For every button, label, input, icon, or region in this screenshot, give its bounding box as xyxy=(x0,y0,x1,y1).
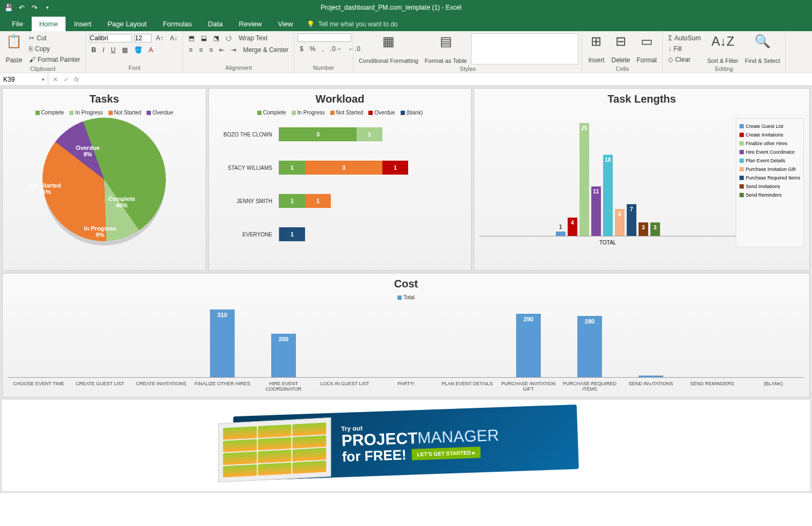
task-lengths-panel[interactable]: Task Lengths 142511186733TOTAL Create Gu… xyxy=(474,88,810,271)
orientation-icon[interactable]: ⭯ xyxy=(223,33,234,43)
group-label-cells: Cells xyxy=(585,64,659,74)
group-label-styles: Styles xyxy=(357,64,578,74)
task-lengths-legend: Create Guest ListCreate InvitationsFinal… xyxy=(736,118,804,247)
dashboard-area: Tasks CompleteIn ProgressNot StartedOver… xyxy=(0,86,812,493)
fx-icon[interactable]: fx xyxy=(74,76,79,83)
tasks-chart-panel[interactable]: Tasks CompleteIn ProgressNot StartedOver… xyxy=(2,88,206,271)
font-name-select[interactable] xyxy=(89,34,132,42)
save-icon[interactable]: 💾 xyxy=(4,3,13,12)
tab-review[interactable]: Review xyxy=(231,17,270,31)
fill-down-icon: ↓ xyxy=(668,45,671,53)
format-as-table-button[interactable]: ▤Format as Table xyxy=(423,33,469,65)
wrap-text-button[interactable]: Wrap Text xyxy=(236,33,270,43)
font-size-select[interactable] xyxy=(134,34,151,42)
tasks-legend: CompleteIn ProgressNot StartedOverdue xyxy=(3,107,206,118)
tab-data[interactable]: Data xyxy=(200,17,230,31)
increase-font-icon[interactable]: A↑ xyxy=(154,33,165,43)
workload-legend: CompleteIn ProgressNot StartedOverdue(bl… xyxy=(209,107,471,118)
delete-button[interactable]: ⊟Delete xyxy=(609,33,632,65)
italic-button[interactable]: I xyxy=(100,45,106,55)
decrease-font-icon[interactable]: A↓ xyxy=(168,33,179,43)
scissors-icon: ✂ xyxy=(29,34,34,42)
tab-home[interactable]: Home xyxy=(32,17,66,31)
tab-formulas[interactable]: Formulas xyxy=(155,17,199,31)
group-editing: ΣAutoSum ↓Fill ◇Clear A↓ZSort & Filter 🔍… xyxy=(663,31,786,73)
redo-icon[interactable]: ↷ xyxy=(30,3,39,12)
table-icon: ▤ xyxy=(440,34,452,49)
lightbulb-icon: 💡 xyxy=(307,20,315,28)
workload-chart-title: Workload xyxy=(209,89,471,107)
ribbon: 📋Paste ✂Cut ⎘Copy 🖌Format Painter Clipbo… xyxy=(0,31,812,73)
conditional-formatting-button[interactable]: ▦Conditional Formatting xyxy=(357,33,421,65)
align-center-icon[interactable]: ≡ xyxy=(197,45,205,55)
group-label-clipboard: Clipboard xyxy=(3,64,82,74)
cond-format-icon: ▦ xyxy=(382,34,395,49)
workload-chart-panel[interactable]: Workload CompleteIn ProgressNot StartedO… xyxy=(208,88,472,271)
undo-icon[interactable]: ↶ xyxy=(17,3,26,12)
merge-center-button[interactable]: Merge & Center xyxy=(241,45,291,55)
group-font: A↑ A↓ B I U ▦ 🪣 A Font xyxy=(86,31,183,73)
format-button[interactable]: ▭Format xyxy=(634,33,659,65)
group-clipboard: 📋Paste ✂Cut ⎘Copy 🖌Format Painter Clipbo… xyxy=(0,31,86,73)
bold-button[interactable]: B xyxy=(89,45,98,55)
cost-legend: Total xyxy=(3,292,809,302)
name-box[interactable]: K39▾ xyxy=(0,73,48,85)
format-painter-button[interactable]: 🖌Format Painter xyxy=(27,55,82,64)
tab-page-layout[interactable]: Page Layout xyxy=(100,17,154,31)
task-lengths-xlabel: TOTAL xyxy=(480,240,736,246)
enter-formula-icon[interactable]: ✓ xyxy=(63,76,69,83)
cost-x-labels: CHOOSE EVENT TIMECREATE GUEST LISTCREATE… xyxy=(8,378,804,392)
increase-indent-icon[interactable]: ⇥ xyxy=(229,45,238,55)
task-lengths-title: Task Lengths xyxy=(474,89,809,107)
align-middle-icon[interactable]: ⬓ xyxy=(199,33,209,43)
percent-icon[interactable]: % xyxy=(308,44,318,54)
cost-chart-panel[interactable]: Cost Total 3102002902808 CHOOSE EVENT TI… xyxy=(2,273,810,398)
group-styles: ▦Conditional Formatting ▤Format as Table… xyxy=(353,31,582,73)
align-bottom-icon[interactable]: ⬔ xyxy=(211,33,221,43)
window-title: Project_dashboard_PM.com_template (1) - … xyxy=(56,4,726,11)
increase-decimal-icon[interactable]: .0→ xyxy=(328,44,344,54)
comma-icon[interactable]: , xyxy=(320,44,326,54)
promo-banner[interactable]: Try out PROJECTMANAGER for FREE!LET'S GE… xyxy=(233,405,579,481)
tab-file[interactable]: File xyxy=(4,17,31,31)
fill-color-button[interactable]: 🪣 xyxy=(132,45,144,55)
fill-button[interactable]: ↓Fill xyxy=(666,44,703,54)
align-right-icon[interactable]: ≡ xyxy=(207,45,215,55)
banner-cta-button[interactable]: LET'S GET STARTED ▸ xyxy=(411,446,481,460)
tell-me-search[interactable]: 💡Tell me what you want to do xyxy=(301,17,403,31)
font-color-button[interactable]: A xyxy=(147,45,155,55)
clear-button[interactable]: ◇Clear xyxy=(666,55,703,64)
border-button[interactable]: ▦ xyxy=(120,45,130,55)
copy-icon: ⎘ xyxy=(29,45,33,53)
sort-filter-icon: A↓Z xyxy=(712,34,735,49)
find-select-button[interactable]: 🔍Find & Select xyxy=(743,33,782,65)
insert-button[interactable]: ⊞Insert xyxy=(585,33,607,65)
banner-text: Try out PROJECTMANAGER for FREE!LET'S GE… xyxy=(341,419,500,465)
magnifier-icon: 🔍 xyxy=(755,34,771,49)
copy-button[interactable]: ⎘Copy xyxy=(27,44,82,54)
tab-view[interactable]: View xyxy=(270,17,300,31)
autosum-button[interactable]: ΣAutoSum xyxy=(666,33,703,43)
formula-bar: K39▾ ✕ ✓ fx xyxy=(0,73,812,86)
currency-icon[interactable]: $ xyxy=(298,44,306,54)
sort-filter-button[interactable]: A↓ZSort & Filter xyxy=(705,33,741,65)
tasks-chart-title: Tasks xyxy=(3,89,206,107)
sigma-icon: Σ xyxy=(668,34,672,42)
cell-styles-gallery[interactable] xyxy=(471,33,578,64)
underline-button[interactable]: U xyxy=(108,45,118,55)
align-left-icon[interactable]: ≡ xyxy=(186,45,194,55)
paste-button[interactable]: 📋Paste xyxy=(3,33,25,65)
cancel-formula-icon[interactable]: ✕ xyxy=(53,76,58,83)
group-label-editing: Editing xyxy=(666,64,782,74)
tab-insert[interactable]: Insert xyxy=(67,17,99,31)
decrease-indent-icon[interactable]: ⇤ xyxy=(217,45,227,55)
eraser-icon: ◇ xyxy=(668,56,673,63)
cut-button[interactable]: ✂Cut xyxy=(27,33,82,43)
customize-qat-icon[interactable]: ▾ xyxy=(43,3,52,12)
brush-icon: 🖌 xyxy=(29,56,35,63)
number-format-select[interactable] xyxy=(298,33,351,42)
workload-bars: BOZO THE CLOWN31STACY WILLIAMS131JENNY S… xyxy=(209,118,471,256)
group-number: $ % , .0→ ←.0 Number xyxy=(294,31,353,73)
insert-cells-icon: ⊞ xyxy=(591,34,601,49)
align-top-icon[interactable]: ⬒ xyxy=(186,33,197,43)
